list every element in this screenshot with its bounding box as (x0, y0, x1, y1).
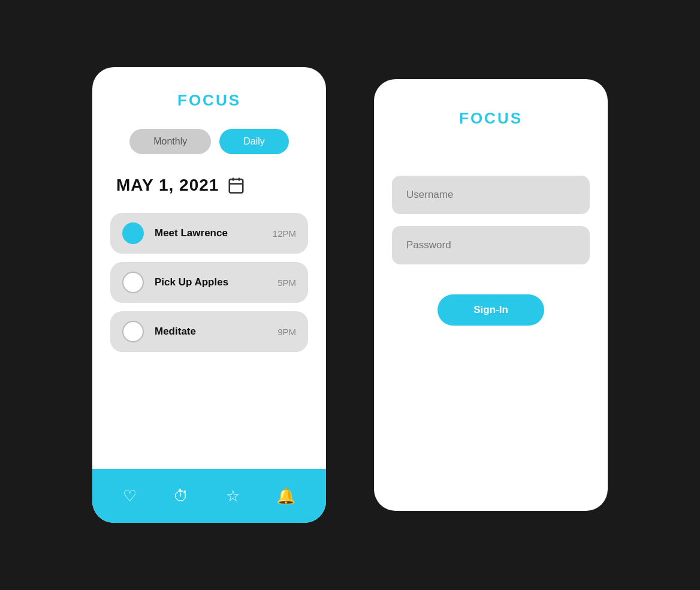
svg-rect-0 (230, 179, 243, 193)
task-list: Meet Lawrence 12PM Pick Up Apples 5PM Me… (110, 213, 308, 352)
task-item[interactable]: Meditate 9PM (110, 311, 308, 352)
view-toggle: Monthly Daily (129, 129, 289, 154)
star-icon[interactable]: ☆ (226, 487, 240, 505)
task-checkbox-unchecked[interactable] (122, 272, 144, 293)
heart-icon[interactable]: ♡ (123, 487, 137, 505)
date-row: MAY 1, 2021 (110, 176, 245, 195)
task-time: 9PM (277, 327, 296, 337)
daily-toggle-button[interactable]: Daily (219, 129, 289, 154)
task-item[interactable]: Pick Up Apples 5PM (110, 262, 308, 303)
current-date: MAY 1, 2021 (116, 176, 219, 195)
clock-icon[interactable]: ⏱ (173, 487, 189, 505)
bottom-nav: ♡ ⏱ ☆ 🔔 (92, 469, 326, 523)
task-time: 5PM (277, 278, 296, 288)
task-name: Meditate (155, 326, 267, 338)
signin-button[interactable]: Sign-In (437, 294, 544, 326)
right-phone: FOCUS Sign-In (374, 79, 608, 511)
task-checkbox-checked[interactable] (122, 222, 144, 244)
task-name: Pick Up Apples (155, 276, 267, 288)
right-app-title: FOCUS (459, 109, 523, 128)
password-input[interactable] (392, 226, 590, 264)
task-item[interactable]: Meet Lawrence 12PM (110, 213, 308, 254)
monthly-toggle-button[interactable]: Monthly (129, 129, 211, 154)
username-input[interactable] (392, 176, 590, 214)
login-form (392, 176, 590, 264)
notification-icon[interactable]: 🔔 (276, 487, 295, 505)
task-checkbox-unchecked[interactable] (122, 321, 144, 342)
left-app-title: FOCUS (177, 91, 241, 110)
left-phone: FOCUS Monthly Daily MAY 1, 2021 Meet Law… (92, 67, 326, 523)
task-name: Meet Lawrence (155, 227, 262, 239)
task-time: 12PM (273, 228, 296, 239)
calendar-icon[interactable] (227, 176, 245, 194)
